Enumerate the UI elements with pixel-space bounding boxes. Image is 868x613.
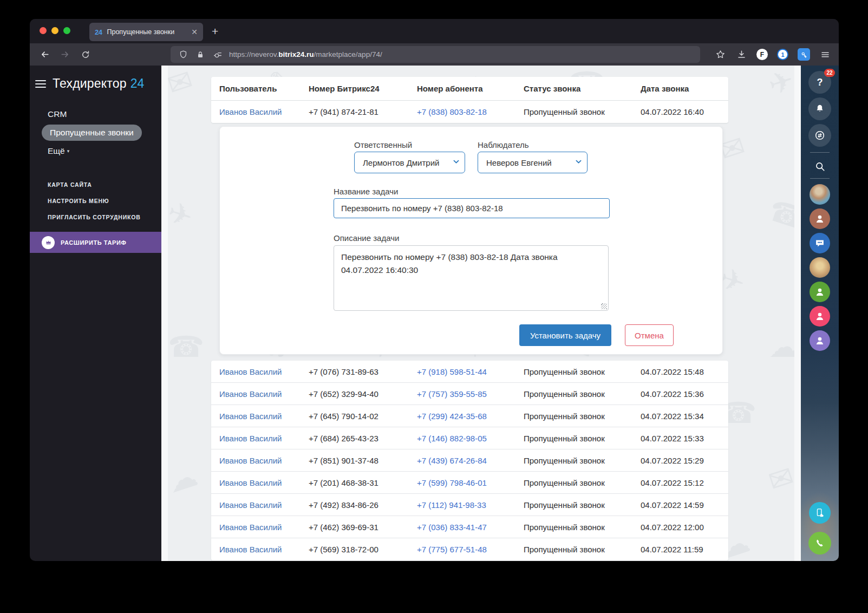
user-link[interactable]: Иванов Василий [219,367,309,376]
minimize-window-button[interactable] [51,27,58,34]
search-icon[interactable] [808,158,831,174]
reload-icon[interactable] [80,49,92,61]
call-date: 04.07.2022 15:36 [641,389,728,399]
password-key-icon[interactable] [798,48,810,61]
sidebar-link-configure-menu[interactable]: НАСТРОИТЬ МЕНЮ [30,193,161,209]
upgrade-plan-button[interactable]: РАСШИРИТЬ ТАРИФ [30,232,161,253]
brand-name: Техдиректор [53,76,127,91]
observer-select[interactable]: Неверов Евгений [478,152,588,173]
textarea-resize-handle[interactable] [601,303,607,309]
app-brand: Техдиректор 24 [35,76,161,91]
table-row: Иванов Василий+7 (492) 834-86-26+7 (112)… [211,494,728,516]
extension-f-icon[interactable]: F [756,49,768,60]
set-task-button[interactable]: Установить задачу [519,324,611,346]
user-avatar[interactable] [810,306,830,327]
notifications-bell-icon[interactable] [808,97,831,120]
lock-icon[interactable] [194,49,206,61]
responsible-select[interactable]: Лермонтов Дмитрий [354,152,465,173]
user-link[interactable]: Иванов Василий [219,478,309,487]
column-header: Номер Битрикс24 [309,84,417,93]
table-row: Иванов Василий+7 (851) 901-37-48+7 (439)… [211,449,728,472]
user-avatar-photo[interactable] [810,184,830,205]
subscriber-number-link[interactable]: +7 (775) 677-51-48 [417,545,524,554]
table-row: Иванов Василий+7 (569) 318-72-00+7 (775)… [211,538,728,560]
subscriber-number-link[interactable]: +7 (439) 674-26-84 [417,456,524,465]
user-link[interactable]: Иванов Василий [219,456,309,465]
main-content: ✉✎☁⌂☎♫✈⌂☎♫✈⚐✉✎✈⚐✉✎☁⌂☎✎☁⌂☎♫✈⚐☎♫✈⚐✉✎☁⚐✉✎☁⌂… [168,66,794,561]
subscriber-number-link[interactable]: +7 (838) 803-82-18 [417,107,524,116]
bitrix-number: +7 (201) 468-38-31 [309,478,417,487]
cancel-button[interactable]: Отмена [625,324,674,346]
chevron-down-icon [575,158,583,168]
forward-icon[interactable] [59,49,71,61]
user-avatar[interactable] [810,330,830,351]
help-button[interactable]: ? 22 [808,71,831,94]
bitrix-number: +7 (941) 874-21-81 [309,107,417,116]
mobile-app-icon[interactable] [809,502,831,524]
fullscreen-window-button[interactable] [63,27,70,34]
group-chat-icon[interactable] [810,233,830,253]
bitrix-number: +7 (076) 731-89-63 [309,367,417,376]
subscriber-number-link[interactable]: +7 (036) 833-41-47 [417,523,524,532]
user-link[interactable]: Иванов Василий [219,523,309,532]
upgrade-plan-label: РАСШИРИТЬ ТАРИФ [61,239,126,246]
window-controls [40,27,70,34]
call-date: 04.07.2022 14:59 [641,500,728,510]
user-link[interactable]: Иванов Василий [219,412,309,421]
permissions-icon[interactable] [212,49,224,61]
subscriber-number-link[interactable]: +7 (146) 882-98-05 [417,434,524,443]
messenger-icon[interactable] [808,124,831,147]
table-row: Иванов Василий+7 (645) 790-14-02+7 (299)… [211,405,728,427]
menu-hamburger-icon[interactable] [819,49,831,61]
sidebar-item-missed-calls[interactable]: Пропущенные звонки [42,125,142,141]
downloads-icon[interactable] [735,49,747,61]
url-bar[interactable]: https://neverov.bitrix24.ru/marketplace/… [171,46,700,63]
table-header-row: ПользовательНомер Битрикс24Номер абонент… [211,77,728,101]
user-link[interactable]: Иванов Василий [219,107,309,116]
subscriber-number-link[interactable]: +7 (299) 424-35-68 [417,412,524,421]
new-tab-button[interactable]: + [212,24,218,38]
subscriber-number-link[interactable]: +7 (599) 798-46-01 [417,478,524,487]
subscriber-number-link[interactable]: +7 (757) 359-55-85 [417,389,524,399]
bitrix-number: +7 (652) 329-94-40 [309,389,417,399]
user-link[interactable]: Иванов Василий [219,545,309,554]
user-link[interactable]: Иванов Василий [219,500,309,510]
scrollbar-gutter-left [161,66,168,561]
tab-close-icon[interactable]: ✕ [191,28,198,36]
sidebar-item-crm[interactable]: CRM [30,105,161,123]
sidebar-link-sitemap[interactable]: КАРТА САЙТА [30,177,161,193]
subscriber-number-link[interactable]: +7 (918) 598-51-44 [417,367,524,376]
tracking-shield-icon[interactable] [177,49,189,61]
column-header: Номер абонента [417,84,524,93]
user-link[interactable]: Иванов Василий [219,434,309,443]
user-link[interactable]: Иванов Василий [219,389,309,399]
call-status: Пропущенный звонок [524,523,641,532]
bitrix-number: +7 (492) 834-86-26 [309,500,417,510]
group-avatar-photo[interactable] [810,257,830,278]
subscriber-number-link[interactable]: +7 (112) 941-98-33 [417,500,524,510]
task-description-textarea[interactable]: Перезвонить по номеру +7 (838) 803-82-18… [334,245,609,311]
create-task-form: Ответственный Лермонтов Дмитрий Наблюдат… [219,126,723,355]
app-sidebar: Техдиректор 24 CRM Пропущенные звонки Ещ… [30,66,161,561]
browser-tab[interactable]: 24 Пропущенные звонки ✕ [89,23,203,41]
telephony-phone-icon[interactable] [808,532,831,555]
user-avatar[interactable] [810,208,830,229]
call-status: Пропущенный звонок [524,434,641,443]
bitrix24-favicon: 24 [95,28,102,36]
bitrix-right-panel: ? 22 [801,66,839,561]
task-title-input[interactable] [334,198,610,218]
sidebar-menu-icon[interactable] [35,80,46,88]
bookmark-star-icon[interactable] [714,49,726,61]
back-icon[interactable] [38,49,50,61]
bitrix-number: +7 (851) 901-37-48 [309,456,417,465]
sidebar-link-invite-employees[interactable]: ПРИГЛАСИТЬ СОТРУДНИКОВ [30,209,161,225]
scrollbar-gutter-right [794,66,801,561]
observer-label: Наблюдатель [478,140,529,149]
close-window-button[interactable] [40,27,47,34]
call-status: Пропущенный звонок [524,545,641,554]
sidebar-item-more[interactable]: Ещё▾ [30,142,161,160]
onepassword-icon[interactable]: 1 [777,49,788,60]
call-status: Пропущенный звонок [524,367,641,376]
call-date: 04.07.2022 11:59 [641,545,728,554]
user-avatar[interactable] [810,282,830,302]
